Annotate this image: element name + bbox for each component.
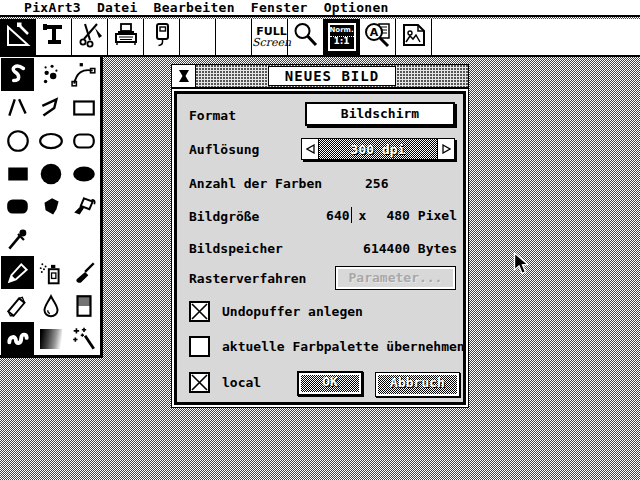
resolution-spinner: 300 dpi [301,138,455,160]
picture-page-icon [400,21,428,53]
menu-fenster[interactable]: Fenster [251,0,308,15]
tool-rounded-rectangle-outline[interactable] [67,124,100,157]
water-drop-icon [38,293,64,319]
toolbar-text-zoom-button[interactable]: A [360,19,396,55]
toolbar-norm-1-1-button[interactable]: Norm. 1:1 [324,19,360,55]
tool-ellipse-outline[interactable] [34,124,67,157]
paintbrush-icon [71,260,97,286]
arrow-left-icon [306,144,315,154]
toolbar-typewriter-button[interactable] [108,19,144,55]
paint-bucket-icon [71,194,97,220]
tool-filled-polygon[interactable] [34,190,67,223]
tool-water-drop[interactable] [34,289,67,322]
toolbar-empty-slot-1 [180,19,216,55]
parameter-button: Parameter... [335,266,456,290]
text-magnifier-icon: A [364,21,392,53]
colors-value: 256 [365,176,388,191]
tool-paint-bucket[interactable] [67,190,100,223]
eyedropper-icon [5,227,31,253]
gradient-fill-icon [40,329,62,349]
size-unit: Pixel [418,208,457,223]
toolbar-hand-scanner-button[interactable] [144,19,180,55]
filled-ellipse-icon [71,161,97,187]
format-label: Format [189,108,236,123]
close-button[interactable] [172,65,196,87]
circle-outline-icon [5,128,31,154]
tool-paintbrush[interactable] [67,256,100,289]
rounded-rectangle-outline-icon [71,128,97,154]
tool-airbrush-dots[interactable] [34,58,67,91]
palette-empty-2 [67,223,100,256]
toolbar: FULL Screen Norm. 1:1 A [0,19,640,57]
tool-filled-ellipse[interactable] [67,157,100,190]
tool-chalk[interactable] [1,289,34,322]
magnifier-icon [292,21,320,53]
neues-bild-dialog: NEUES BILD Format Bildschirm Auflösung 3… [171,64,469,408]
palette-takeover-label: aktuelle Farbpalette übernehmen [222,339,465,354]
tool-polyline[interactable] [34,91,67,124]
size-height-field[interactable]: 480 [386,208,409,223]
tool-eraser[interactable] [67,289,100,322]
toolbar-picture-button[interactable] [396,19,432,55]
hand-scanner-icon [148,21,176,53]
tool-palette [0,57,103,358]
tool-bezier-curve[interactable] [67,58,100,91]
tool-circle-outline[interactable] [1,124,34,157]
tool-magic-wand[interactable] [67,322,100,355]
tool-pencil[interactable] [1,256,34,289]
menu-optionen[interactable]: Optionen [324,0,389,15]
toolbar-spacer [432,19,640,55]
freehand-icon [5,62,31,88]
tool-gradient-fill[interactable] [34,322,67,355]
text-cursor [351,207,352,223]
cancel-button[interactable]: Abbruch [375,372,460,397]
size-width-field[interactable]: 640 [326,208,349,223]
tool-spray-can[interactable] [34,256,67,289]
local-checkbox[interactable] [189,372,210,393]
line-icon [5,95,31,121]
toolbar-zoom-button[interactable] [288,19,324,55]
chalk-icon [5,293,31,319]
raster-label: Rasterverfahren [189,271,306,286]
typewriter-icon [112,21,140,53]
dialog-title: NEUES BILD [268,66,396,86]
palette-takeover-checkbox[interactable] [189,336,210,357]
ok-button[interactable]: OK [297,371,363,396]
tool-line[interactable] [1,91,34,124]
svg-text:A: A [369,26,378,39]
dialog-titlebar[interactable]: NEUES BILD [171,64,469,88]
tool-worm-brush[interactable] [1,322,34,355]
tool-filled-rectangle[interactable] [1,157,34,190]
undo-buffer-row: Undopuffer anlegen [189,301,363,322]
toolbar-workshop-tools-button[interactable] [72,19,108,55]
tool-filled-circle[interactable] [34,157,67,190]
spray-can-icon [38,260,64,286]
resolution-label: Auflösung [189,142,259,157]
menu-bearbeiten[interactable]: Bearbeiten [154,0,235,15]
toolbar-clamp-button[interactable] [36,19,72,55]
menu-datei[interactable]: Datei [97,0,138,15]
check-x-icon [191,374,208,391]
undo-buffer-checkbox[interactable] [189,301,210,322]
tool-rectangle-outline[interactable] [67,91,100,124]
mouse-cursor [513,252,531,280]
check-x-icon [191,303,208,320]
tool-freehand[interactable] [1,58,34,91]
format-select-button[interactable]: Bildschirm [305,102,455,126]
tool-eyedropper[interactable] [1,223,34,256]
airbrush-dots-icon [38,62,64,88]
toolbar-draw-tools-button[interactable] [0,19,36,55]
toolbar-full-screen-button[interactable]: FULL Screen [252,19,288,55]
resolution-decrease-button[interactable] [302,139,319,159]
filled-rounded-rectangle-icon [5,194,31,220]
filled-rectangle-icon [5,161,31,187]
menu-pixart3[interactable]: PixArt3 [24,0,81,15]
toolbar-empty-slot-2 [216,19,252,55]
full-screen-icon: FULL Screen [252,26,291,48]
tool-filled-rounded-rectangle[interactable] [1,190,34,223]
resolution-increase-button[interactable] [437,139,454,159]
ellipse-outline-icon [38,128,64,154]
draw-tools-icon [4,21,32,53]
colors-label: Anzahl der Farben [189,176,322,191]
dialog-title-area: NEUES BILD [196,65,468,87]
